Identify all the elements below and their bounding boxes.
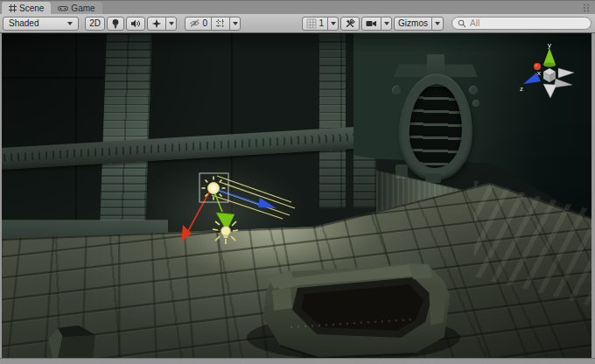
axis-cone-gray[interactable] bbox=[543, 84, 556, 98]
axis-cone-gray[interactable] bbox=[558, 68, 574, 78]
wall-floor-junction bbox=[2, 184, 592, 240]
grid-visibility-group: 1 bbox=[302, 17, 340, 31]
gizmos-button[interactable]: Gizmos bbox=[394, 17, 432, 31]
directional-light-rays bbox=[212, 176, 295, 219]
camera-dropdown[interactable] bbox=[381, 17, 392, 31]
axis-orientation-gizmo[interactable]: y x z bbox=[520, 41, 574, 98]
effects-group bbox=[147, 17, 177, 31]
snap-grid-toggle[interactable] bbox=[211, 17, 230, 31]
scene-grid-icon bbox=[9, 4, 17, 12]
audio-speaker-icon bbox=[130, 18, 141, 29]
editor-tools-button[interactable] bbox=[340, 17, 360, 31]
chevron-down-icon bbox=[331, 22, 336, 25]
tab-bar: Scene Game bbox=[0, 1, 595, 14]
gizmos-dropdown[interactable] bbox=[431, 17, 444, 31]
2d-label: 2D bbox=[89, 18, 101, 28]
gizmos-group: Gizmos bbox=[394, 17, 444, 31]
draw-mode-label: Shaded bbox=[9, 18, 38, 28]
scene-visibility-toggle[interactable]: 0 bbox=[185, 17, 213, 31]
effects-icon bbox=[151, 18, 162, 29]
axis-cube[interactable] bbox=[543, 68, 556, 82]
move-tool-x-axis[interactable] bbox=[181, 191, 210, 242]
scene-viewport[interactable]: y x z bbox=[2, 33, 592, 358]
camera-group bbox=[361, 17, 392, 31]
axis-label-x: x bbox=[537, 69, 541, 77]
axis-cone-gray[interactable] bbox=[554, 79, 572, 88]
tab-scene[interactable]: Scene bbox=[2, 2, 51, 14]
scene-audio-toggle[interactable] bbox=[126, 17, 145, 31]
grid-faded-icon bbox=[306, 18, 317, 29]
chevron-down-icon bbox=[435, 22, 440, 25]
scene-camera-button[interactable] bbox=[361, 17, 382, 31]
tab-game-label: Game bbox=[71, 4, 94, 13]
pane-menu-icon[interactable] bbox=[582, 4, 591, 12]
axis-cone-y[interactable] bbox=[543, 48, 556, 65]
unity-scene-view-window: Scene Game Shaded 2D bbox=[0, 0, 595, 364]
effects-dropdown[interactable] bbox=[165, 17, 177, 31]
camera-icon bbox=[366, 19, 377, 28]
move-tool-y-axis[interactable] bbox=[214, 190, 234, 231]
window-bottom-frame bbox=[0, 358, 595, 364]
scene-lighting-toggle[interactable] bbox=[107, 17, 124, 31]
grid-opacity-value: 1 bbox=[319, 18, 325, 28]
chevron-down-icon bbox=[384, 22, 389, 25]
axis-label-y: y bbox=[548, 41, 551, 49]
tab-game[interactable]: Game bbox=[51, 2, 102, 14]
scene-overlay: y x z bbox=[2, 33, 592, 358]
gizmos-label: Gizmos bbox=[398, 18, 428, 28]
hidden-count: 0 bbox=[203, 18, 208, 28]
scene-toolbar: Shaded 2D bbox=[0, 14, 595, 33]
chevron-down-icon bbox=[169, 22, 174, 25]
directional-light-gizmo[interactable] bbox=[200, 173, 228, 202]
stone-trough[interactable] bbox=[247, 263, 460, 358]
axis-label-z: z bbox=[520, 85, 523, 93]
eye-hidden-icon bbox=[189, 18, 200, 28]
stone-prop[interactable] bbox=[48, 326, 95, 358]
grid-visibility-button[interactable]: 1 bbox=[302, 17, 329, 31]
scene-search-field[interactable] bbox=[452, 17, 592, 30]
snap-grid-icon bbox=[215, 18, 226, 29]
tab-scene-label: Scene bbox=[19, 4, 44, 13]
search-icon bbox=[458, 19, 466, 28]
tools-icon bbox=[345, 18, 355, 29]
draw-mode-dropdown[interactable]: Shaded bbox=[3, 17, 79, 31]
grid-dropdown[interactable] bbox=[327, 17, 339, 31]
gamepad-icon bbox=[58, 4, 68, 12]
snap-grid-dropdown[interactable] bbox=[229, 17, 241, 31]
chevron-down-icon bbox=[233, 22, 238, 25]
search-input[interactable] bbox=[470, 18, 585, 28]
visibility-grid-group: 0 bbox=[185, 17, 242, 31]
scene-effects-toggle[interactable] bbox=[147, 17, 166, 31]
chevron-down-icon bbox=[67, 22, 73, 25]
lightbulb-icon bbox=[111, 18, 120, 29]
2d-toggle-button[interactable]: 2D bbox=[85, 17, 105, 31]
